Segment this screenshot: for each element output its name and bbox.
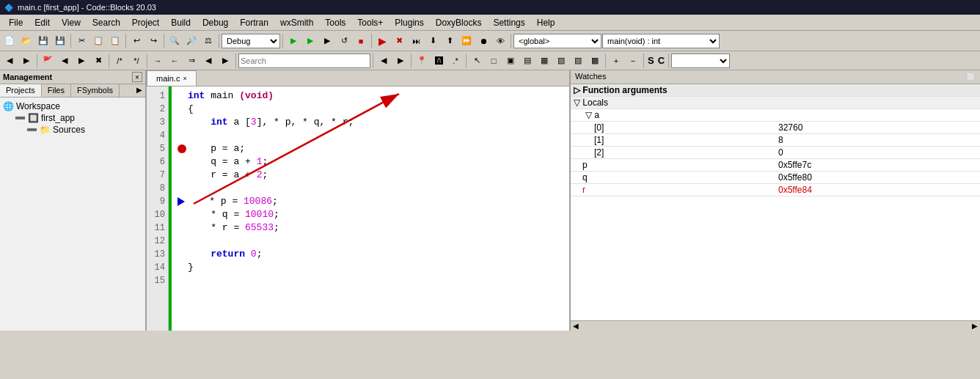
prev-goto-btn[interactable]: ◀: [200, 53, 216, 69]
goto-btn[interactable]: ⇒: [183, 53, 200, 69]
menu-tools[interactable]: Tools: [319, 16, 351, 29]
titlebar: 🔷 main.c [first_app] - Code::Blocks 20.0…: [0, 0, 980, 15]
select7-btn[interactable]: ▩: [587, 53, 603, 69]
redo-btn[interactable]: ↪: [145, 33, 161, 49]
select4-btn[interactable]: ▦: [536, 53, 552, 69]
next-btn[interactable]: ⏩: [458, 33, 475, 49]
debug-a2-extra: [878, 147, 981, 159]
save-btn[interactable]: 💾: [35, 33, 51, 49]
code-editor[interactable]: int main (void) { int a [3], * p, * q, *…: [172, 87, 569, 331]
select6-btn[interactable]: ▨: [570, 53, 586, 69]
code-tab-close[interactable]: ×: [183, 75, 186, 82]
find-btn[interactable]: 🔍: [167, 33, 183, 49]
copy-btn[interactable]: 📋: [90, 33, 106, 49]
workspace-icon: 🌐: [3, 101, 14, 111]
t2btn4[interactable]: 🅰: [431, 53, 447, 69]
open-btn[interactable]: 📂: [18, 33, 34, 49]
sep6: [371, 34, 372, 48]
breakpoint-btn[interactable]: ⏺: [475, 33, 491, 49]
function-combo[interactable]: main(void) : int: [602, 34, 720, 48]
panel-close-btn[interactable]: ×: [132, 72, 142, 82]
t2btn3[interactable]: 📍: [414, 53, 430, 69]
panel-tab-arrow[interactable]: ▶: [134, 84, 145, 97]
code-tabs: main.c ×: [147, 70, 569, 87]
watch-btn[interactable]: 👁: [492, 33, 508, 49]
build-run-btn[interactable]: ▶: [319, 33, 335, 49]
menu-view[interactable]: View: [56, 16, 87, 29]
comment-btn[interactable]: /*: [111, 53, 128, 69]
undo-btn[interactable]: ↩: [128, 33, 145, 49]
select2-btn[interactable]: ▣: [502, 53, 519, 69]
menu-doxyblocks[interactable]: DoxyBlocks: [430, 16, 488, 29]
menu-help[interactable]: Help: [531, 16, 561, 29]
menu-debug[interactable]: Debug: [197, 16, 234, 29]
menu-wxsmith[interactable]: wxSmith: [274, 16, 319, 29]
step-out-btn[interactable]: ⬆: [442, 33, 458, 49]
code-area: main.c × 1234 5678 9101112 131415: [147, 70, 569, 331]
forward-btn[interactable]: ▶: [18, 53, 34, 69]
next-bookmark-btn[interactable]: ▶: [73, 53, 89, 69]
panel-header: Management ×: [0, 70, 145, 84]
next-goto-btn[interactable]: ▶: [217, 53, 233, 69]
clear-bookmark-btn[interactable]: ✖: [90, 53, 106, 69]
debug-a-extra: [878, 109, 981, 122]
select3-btn[interactable]: ▤: [519, 53, 535, 69]
t2btn5[interactable]: .*: [447, 53, 464, 69]
menu-settings[interactable]: Settings: [487, 16, 530, 29]
zoom-in-btn[interactable]: +: [608, 53, 624, 69]
code-tab-main[interactable]: main.c ×: [147, 70, 197, 86]
find-replace-btn[interactable]: 🔎: [183, 33, 200, 49]
run-btn[interactable]: ▶: [302, 33, 318, 49]
cursor-btn[interactable]: ↖: [469, 53, 485, 69]
back-btn[interactable]: ◀: [1, 53, 18, 69]
search-input[interactable]: [238, 54, 370, 68]
sep3: [164, 34, 164, 48]
save-all-btn[interactable]: 💾: [52, 33, 68, 49]
tab-fsymbols[interactable]: FSymbols: [71, 84, 120, 97]
debug-scroll-track[interactable]: [581, 321, 970, 331]
menu-tools-plus[interactable]: Tools+: [351, 16, 389, 29]
bookmark-btn[interactable]: 🚩: [40, 53, 56, 69]
paste-btn[interactable]: 📋: [107, 33, 123, 49]
debug-scroll-left[interactable]: ◀: [571, 321, 581, 331]
rebuild-btn[interactable]: ↺: [336, 33, 352, 49]
stop-btn[interactable]: ■: [353, 33, 369, 49]
line-6-code: q = a + 1;: [188, 155, 268, 169]
debug-scroll-right[interactable]: ▶: [970, 321, 980, 331]
t2btn1[interactable]: ◀: [376, 53, 392, 69]
uncomment-btn[interactable]: */: [128, 53, 145, 69]
code-line-9: * p = 10086;: [178, 195, 563, 208]
select5-btn[interactable]: ▧: [553, 53, 569, 69]
zoom-out-btn[interactable]: −: [625, 53, 641, 69]
style-combo[interactable]: [671, 54, 730, 68]
indent-btn[interactable]: →: [150, 53, 166, 69]
global-combo[interactable]: <global>: [513, 34, 601, 48]
new-btn[interactable]: 📄: [1, 33, 18, 49]
menu-build[interactable]: Build: [165, 16, 197, 29]
select-btn[interactable]: □: [486, 53, 502, 69]
prev-bookmark-btn[interactable]: ◀: [56, 53, 73, 69]
step-btn[interactable]: ⏭: [408, 33, 424, 49]
tree-workspace[interactable]: 🌐 Workspace: [3, 100, 142, 112]
tree-sources[interactable]: ➖ 📁 Sources: [3, 124, 142, 136]
build-btn[interactable]: ▶: [285, 33, 301, 49]
cut-btn[interactable]: ✂: [73, 33, 89, 49]
step-in-btn[interactable]: ⬇: [425, 33, 441, 49]
tree-project[interactable]: ➖ 🔲 first_app: [3, 112, 142, 124]
menu-edit[interactable]: Edit: [29, 16, 56, 29]
t2sep10: [668, 54, 669, 68]
abort-btn[interactable]: ✖: [391, 33, 407, 49]
t2btn2[interactable]: ▶: [392, 53, 409, 69]
debug-start-btn[interactable]: ▶: [374, 33, 390, 49]
tab-files[interactable]: Files: [42, 84, 71, 97]
watches-scroll-btn[interactable]: ⬜: [965, 72, 976, 82]
tab-projects[interactable]: Projects: [0, 84, 42, 97]
menu-plugins[interactable]: Plugins: [389, 16, 429, 29]
unindent-btn[interactable]: ←: [167, 53, 183, 69]
menu-file[interactable]: File: [3, 16, 29, 29]
menu-project[interactable]: Project: [126, 16, 165, 29]
debug-combo[interactable]: Debug: [222, 34, 280, 48]
menu-search[interactable]: Search: [87, 16, 126, 29]
match-btn[interactable]: ⚖: [200, 33, 216, 49]
menu-fortran[interactable]: Fortran: [234, 16, 274, 29]
